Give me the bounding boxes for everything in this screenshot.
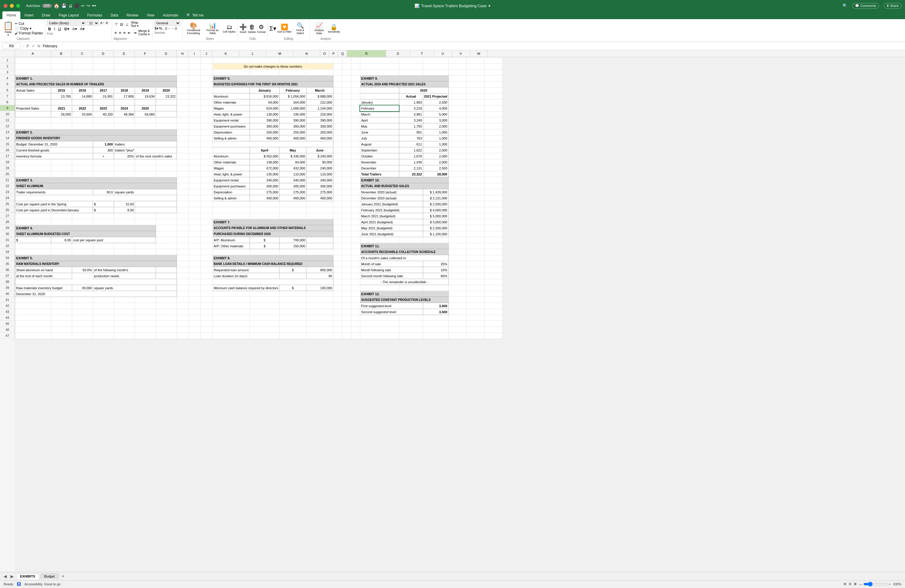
grid-cell[interactable] [279,291,306,297]
tab-insert[interactable]: Insert [21,11,38,19]
grid-cell[interactable] [156,273,177,279]
grid-cell[interactable] [250,291,279,297]
grid-cell[interactable]: square yards [93,285,156,291]
col-header-u[interactable]: U [434,50,452,57]
grid-cell[interactable] [466,303,484,309]
grid-cell[interactable] [93,118,114,123]
grid-cell[interactable]: EXHIBIT 11. [360,243,448,249]
grid-cell[interactable]: $ [279,267,306,273]
grid-cell[interactable] [484,105,502,111]
grid-container[interactable]: Do not make changes to these numbersEXHI… [15,57,905,572]
grid-cell[interactable] [484,129,502,135]
grid-cell[interactable] [466,189,484,195]
grid-cell[interactable] [135,123,156,129]
grid-cell[interactable] [333,195,342,201]
grid-cell[interactable] [423,70,448,75]
grid-cell[interactable] [15,195,177,201]
grid-cell[interactable] [484,195,502,201]
grid-cell[interactable]: SUGGESTED CONSTANT PRODUCTION LEVELS [360,297,448,303]
insert-button[interactable]: ➕ Insert [240,23,247,33]
grid-cell[interactable] [114,219,135,225]
grid-cell[interactable] [15,243,51,249]
grid-cell[interactable] [351,165,360,171]
grid-cell[interactable]: 3,981 [399,111,423,118]
grid-cell[interactable] [448,105,466,111]
grid-cell[interactable] [333,135,342,141]
grid-cell[interactable] [189,207,201,213]
grid-cell[interactable] [72,315,93,321]
grid-cell[interactable] [189,315,201,321]
grid-cell[interactable] [156,225,177,231]
grid-cell[interactable] [351,273,360,279]
grid-cell[interactable] [15,327,51,333]
grid-cell[interactable] [201,219,213,225]
grid-cell[interactable]: at the end of each month [15,273,72,279]
grid-cell[interactable] [466,123,484,129]
grid-cell[interactable] [279,297,306,303]
col-header-d[interactable]: D [93,50,114,57]
grid-cell[interactable] [484,87,502,94]
grid-cell[interactable] [448,297,466,303]
grid-cell[interactable]: $ 5,000,000 [423,213,448,219]
grid-cell[interactable]: 624,000 [250,105,279,111]
grid-cell[interactable] [448,201,466,207]
grid-cell[interactable] [448,64,466,70]
grid-cell[interactable] [333,183,342,189]
grid-cell[interactable] [342,297,351,303]
grid-cell[interactable] [484,213,502,219]
grid-cell[interactable] [351,297,360,303]
grid-cell[interactable]: Depreciation [213,129,250,135]
grid-cell[interactable] [466,207,484,213]
grid-cell[interactable] [201,237,213,243]
grid-cell[interactable] [333,75,342,81]
grid-cell[interactable] [189,213,201,219]
grid-cell[interactable] [51,219,72,225]
cancel-formula-button[interactable]: ✗ [26,44,29,48]
grid-cell[interactable] [333,273,342,279]
grid-cell[interactable] [279,309,306,315]
grid-cell[interactable]: PURCHASED DURING DECEMBER 2020 [213,231,333,237]
grid-cell[interactable] [484,261,502,267]
grid-cell[interactable] [333,177,342,183]
grid-cell[interactable] [484,303,502,309]
col-header-i[interactable]: I [189,50,200,57]
grid-cell[interactable] [466,177,484,183]
grid-cell[interactable] [114,118,135,123]
grid-cell[interactable] [201,183,213,189]
grid-cell[interactable] [93,213,114,219]
grid-cell[interactable] [466,81,484,87]
grid-cell[interactable] [351,81,360,87]
grid-cell[interactable]: ACCOUNTS RECEIVABLE COLLECTION SCHEDULE [360,249,448,255]
grid-cell[interactable] [360,333,399,339]
grid-cell[interactable] [306,333,333,339]
grid-cell[interactable] [484,70,502,75]
percent-button[interactable]: % [159,26,162,30]
grid-cell[interactable] [333,255,342,261]
grid-cell[interactable]: Equipment rental [213,118,250,123]
align-row2[interactable]: ≡ ≡ ≡ ⇤ ⇥ Merge &Center ▾ [114,29,151,37]
grid-cell[interactable]: $ 240,000 [306,153,333,159]
grid-cell[interactable] [466,195,484,201]
grid-cell[interactable] [201,303,213,309]
grid-cell[interactable] [93,333,114,339]
grid-cell[interactable] [399,285,423,291]
grid-cell[interactable]: EXHIBIT 6. [213,75,333,81]
grid-cell[interactable] [15,333,51,339]
grid-cell[interactable] [201,255,213,261]
grid-cell[interactable] [177,171,189,177]
grid-cell[interactable] [360,94,399,99]
grid-cell[interactable] [342,219,351,225]
grid-cell[interactable] [466,94,484,99]
grid-cell[interactable] [342,291,351,297]
grid-cell[interactable] [448,255,466,261]
grid-cell[interactable] [135,99,156,105]
grid-cell[interactable] [51,297,72,303]
grid-cell[interactable] [213,309,250,315]
grid-cell[interactable] [156,297,177,303]
grid-cell[interactable] [466,327,484,333]
grid-cell[interactable]: $ 2,200,000 [423,225,448,231]
grid-cell[interactable] [351,237,360,243]
grid-cell[interactable]: 5,000 [423,111,448,118]
grid-cell[interactable] [399,327,423,333]
grid-cell[interactable] [177,267,189,273]
